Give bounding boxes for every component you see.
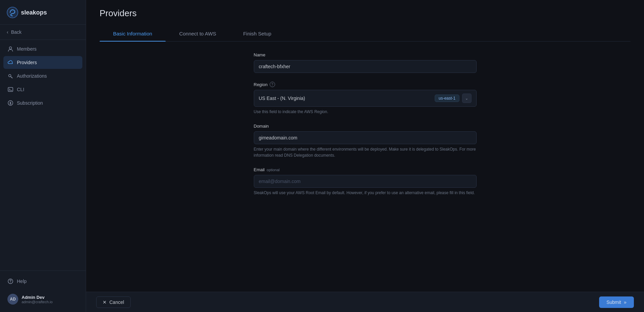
tab-basic-information[interactable]: Basic Information: [100, 27, 166, 41]
email-optional-label: optional: [267, 168, 280, 172]
sidebar-item-providers-label: Providers: [17, 60, 37, 65]
name-input[interactable]: [254, 60, 477, 73]
footer-bar: ✕ Cancel Submit »: [86, 292, 644, 312]
user-email: admin@craftech.io: [22, 300, 53, 304]
cloud-icon: [7, 59, 14, 66]
dollar-icon: [7, 100, 14, 106]
main-content: Providers Basic Information Connect to A…: [86, 0, 644, 312]
sidebar-item-subscription[interactable]: Subscription: [3, 97, 82, 109]
name-field: Name: [254, 52, 477, 73]
sidebar-item-cli-label: CLI: [17, 87, 24, 92]
main-header: Providers Basic Information Connect to A…: [86, 0, 644, 42]
region-select-text: US East - (N. Virginia): [259, 96, 435, 101]
region-select[interactable]: US East - (N. Virginia) us-east-1 ⌄: [254, 90, 477, 107]
person-icon: [7, 46, 14, 52]
sidebar-item-providers[interactable]: Providers: [3, 56, 82, 69]
user-info: Admin Dev admin@craftech.io: [22, 295, 53, 304]
sidebar-nav: Members Providers Authorizations: [0, 40, 86, 270]
logo: sleakops: [0, 0, 86, 25]
region-label: Region ?: [254, 82, 477, 87]
submit-button[interactable]: Submit »: [599, 296, 634, 308]
back-label: Back: [11, 29, 22, 35]
sleakops-logo-icon: [7, 7, 18, 18]
back-button[interactable]: ‹ Back: [0, 25, 86, 40]
domain-field: Domain Enter your main domain where the …: [254, 124, 477, 158]
svg-point-6: [10, 282, 11, 283]
region-help-icon[interactable]: ?: [270, 82, 275, 87]
tab-finish-setup[interactable]: Finish Setup: [230, 27, 285, 41]
cancel-button[interactable]: ✕ Cancel: [96, 296, 131, 308]
user-name: Admin Dev: [22, 295, 53, 300]
help-icon: [7, 278, 14, 284]
cancel-x-icon: ✕: [103, 300, 107, 305]
submit-label: Submit: [607, 300, 621, 305]
name-label: Name: [254, 52, 477, 57]
sidebar-item-subscription-label: Subscription: [17, 100, 43, 106]
domain-input[interactable]: [254, 131, 477, 144]
email-input[interactable]: [254, 175, 477, 188]
page-title: Providers: [100, 8, 630, 19]
back-chevron-icon: ‹: [7, 29, 8, 35]
svg-point-1: [9, 47, 12, 49]
user-profile[interactable]: AD Admin Dev admin@craftech.io: [3, 290, 82, 308]
avatar: AD: [7, 294, 18, 305]
help-label: Help: [17, 279, 27, 284]
cancel-label: Cancel: [109, 300, 124, 305]
svg-point-0: [7, 7, 18, 18]
domain-hint: Enter your main domain where the differe…: [254, 146, 477, 158]
region-hint: Use this field to indicate the AWS Regio…: [254, 109, 477, 115]
sidebar-item-authorizations-label: Authorizations: [17, 73, 47, 79]
region-badge: us-east-1: [435, 95, 459, 102]
region-chevron-button[interactable]: ⌄: [462, 94, 472, 103]
region-field: Region ? US East - (N. Virginia) us-east…: [254, 82, 477, 115]
terminal-icon: [7, 86, 14, 93]
form-section: Name Region ? US East - (N. Virginia) us…: [254, 52, 477, 196]
sidebar-item-members-label: Members: [17, 46, 36, 52]
domain-label: Domain: [254, 124, 477, 129]
form-area: Name Region ? US East - (N. Virginia) us…: [86, 42, 644, 312]
submit-arrows-icon: »: [624, 300, 626, 305]
email-field: Email optional SleakOps will use your AW…: [254, 167, 477, 196]
svg-rect-3: [8, 87, 13, 92]
tabs: Basic Information Connect to AWS Finish …: [100, 27, 630, 42]
email-label: Email optional: [254, 167, 477, 172]
sidebar-item-members[interactable]: Members: [3, 43, 82, 55]
email-hint: SleakOps will use your AWS Root Email by…: [254, 190, 477, 196]
help-button[interactable]: Help: [3, 275, 82, 288]
sidebar: sleakops ‹ Back Members Providers: [0, 0, 86, 312]
logo-text: sleakops: [21, 9, 47, 16]
sidebar-item-cli[interactable]: CLI: [3, 83, 82, 96]
tab-connect-aws[interactable]: Connect to AWS: [166, 27, 230, 41]
sidebar-item-authorizations[interactable]: Authorizations: [3, 70, 82, 82]
key-icon: [7, 73, 14, 79]
sidebar-bottom: Help AD Admin Dev admin@craftech.io: [0, 270, 86, 312]
